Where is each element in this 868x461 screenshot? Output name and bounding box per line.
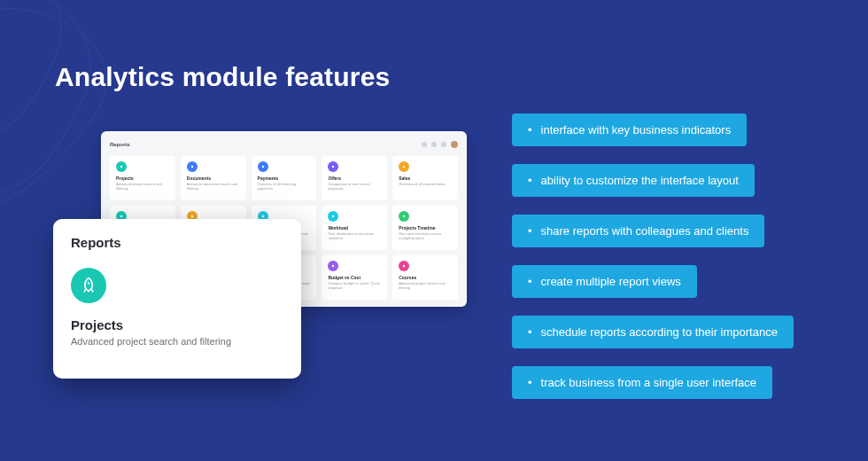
- svg-point-2: [261, 166, 263, 168]
- tile-icon: [399, 261, 409, 271]
- reports-detail-card: Reports Projects Advanced project search…: [53, 219, 301, 379]
- tile-label: Payments: [258, 176, 311, 181]
- tile-icon: [399, 211, 409, 222]
- feature-item: create multiple report views: [512, 265, 697, 298]
- reports-window-header: Reports: [110, 138, 458, 151]
- svg-point-7: [261, 215, 263, 217]
- report-tile[interactable]: PaymentsOverview of all incoming payment…: [252, 156, 317, 200]
- svg-point-6: [191, 215, 193, 217]
- tile-desc: Overview of all invoiced sales: [399, 182, 452, 186]
- svg-point-13: [88, 282, 90, 285]
- report-tile[interactable]: Projects TimelineStart and end dates acr…: [392, 206, 458, 250]
- rocket-icon: [71, 268, 106, 303]
- tile-desc: Start and end dates across multiple proj…: [399, 231, 452, 240]
- report-tile[interactable]: WorkloadTask distribution across team me…: [322, 206, 387, 250]
- user-avatar[interactable]: [451, 141, 458, 148]
- feature-text: ability to customize the interface layou…: [541, 174, 739, 187]
- tile-icon: [328, 161, 338, 172]
- header-action-icon[interactable]: [422, 142, 427, 147]
- feature-item: track business from a single user interf…: [512, 366, 772, 399]
- reports-window-title: Reports: [110, 142, 130, 147]
- feature-item: share reports with colleagues and client…: [512, 215, 764, 247]
- svg-point-0: [120, 166, 122, 168]
- card-label: Projects: [71, 317, 283, 332]
- feature-item: interface with key business indicators: [512, 113, 747, 146]
- tile-desc: Task distribution across team members: [328, 231, 381, 240]
- svg-point-8: [332, 215, 334, 217]
- tile-label: Offers: [328, 176, 381, 181]
- feature-text: track business from a single user interf…: [541, 376, 757, 389]
- svg-point-12: [403, 265, 405, 267]
- tile-icon: [399, 161, 409, 172]
- tile-icon: [328, 261, 338, 271]
- tile-label: Documents: [187, 176, 240, 181]
- card-desc: Advanced project search and filtering: [71, 336, 283, 347]
- card-title: Reports: [71, 235, 283, 250]
- tile-label: Projects: [116, 176, 169, 181]
- feature-text: share reports with colleagues and client…: [541, 224, 749, 238]
- page-title: Analytics module features: [55, 62, 390, 92]
- feature-text: create multiple report views: [541, 275, 681, 288]
- tile-desc: Compare budget vs spent. Quick response: [328, 281, 381, 290]
- tile-desc: Overview of all incoming payments: [258, 182, 311, 191]
- svg-point-1: [191, 166, 193, 168]
- tile-label: Projects Timeline: [399, 225, 452, 230]
- tile-icon: [116, 161, 127, 172]
- report-tile[interactable]: ProjectsAdvanced project search and filt…: [110, 156, 175, 200]
- tile-label: Workload: [328, 225, 381, 230]
- feature-text: interface with key business indicators: [541, 123, 732, 137]
- report-tile[interactable]: CoursesAdvanced project search and filte…: [392, 255, 458, 300]
- reports-window-actions: [422, 141, 458, 148]
- report-tile[interactable]: DocumentsAdvanced document search and fi…: [181, 156, 246, 200]
- svg-point-4: [403, 166, 405, 168]
- report-tile[interactable]: SalesOverview of all invoiced sales: [392, 156, 458, 200]
- svg-point-3: [332, 166, 334, 168]
- tile-label: Courses: [399, 275, 452, 280]
- svg-point-11: [332, 265, 334, 267]
- tile-icon: [187, 161, 198, 172]
- header-action-icon[interactable]: [441, 142, 446, 147]
- feature-text: schedule reports according to their impo…: [541, 325, 778, 339]
- feature-item: ability to customize the interface layou…: [512, 164, 755, 197]
- tile-icon: [328, 211, 338, 222]
- tile-desc: Advanced document search and filtering: [187, 182, 240, 191]
- header-action-icon[interactable]: [431, 142, 437, 147]
- report-tile[interactable]: OffersComparison of sent vs lost proposa…: [322, 156, 387, 200]
- svg-point-9: [403, 215, 405, 217]
- feature-item: schedule reports according to their impo…: [512, 316, 794, 348]
- report-tile[interactable]: Budget vs CostCompare budget vs spent. Q…: [322, 255, 387, 300]
- tile-icon: [258, 161, 268, 172]
- tile-label: Sales: [399, 176, 452, 181]
- tile-desc: Comparison of sent vs lost proposals: [328, 182, 381, 191]
- feature-list: interface with key business indicators a…: [512, 113, 794, 399]
- tile-desc: Advanced project search and filtering: [116, 182, 169, 191]
- svg-point-5: [120, 215, 122, 217]
- tile-desc: Advanced project search and filtering: [399, 281, 452, 290]
- tile-label: Budget vs Cost: [328, 275, 381, 280]
